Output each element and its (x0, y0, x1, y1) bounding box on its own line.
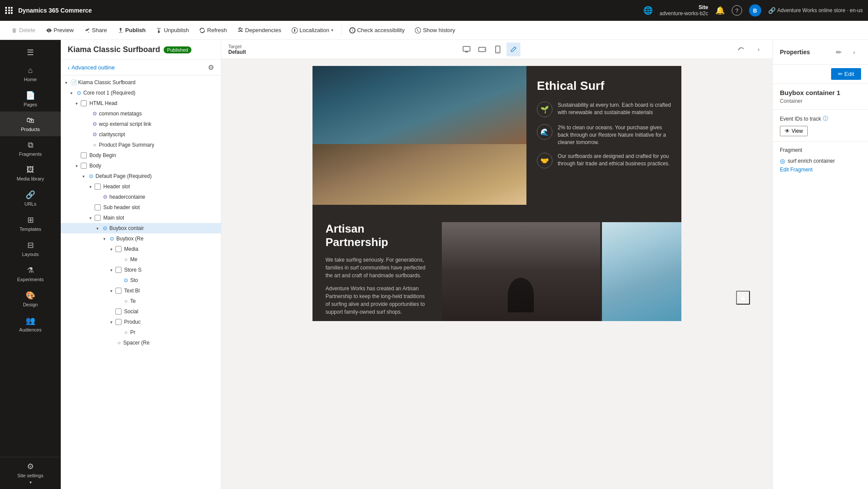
tree-item-core-root[interactable]: ▾ ⊙ Core root 1 (Required) (61, 88, 221, 98)
top-bar: Dynamics 365 Commerce 🌐 Site adventure-w… (0, 0, 868, 21)
checkbox-media[interactable] (115, 246, 122, 252)
tree-item-store-st[interactable]: ⊙ Sto (61, 275, 221, 286)
tree-item-kiama[interactable]: ▾ 📄 Kiama Classic Surfboard (61, 77, 221, 88)
sidebar-item-design[interactable]: 🎨 Design (0, 286, 61, 312)
checkbox-social[interactable] (115, 308, 122, 315)
checkbox-sub-header-slot[interactable] (95, 204, 101, 210)
tree-item-common-meta[interactable]: ⚙ common metatags (61, 108, 221, 119)
tree-item-spacer[interactable]: ○ Spacer (Re (61, 338, 221, 348)
fragment-item: ◎ surf enrich container (780, 156, 861, 166)
checkbox-header-slot[interactable] (95, 184, 101, 190)
expand-icon[interactable]: ▾ (101, 235, 108, 242)
expand-icon[interactable]: ▾ (108, 246, 115, 253)
tree-item-buybox-container[interactable]: ▾ ⊙ Buybox contair (61, 223, 221, 233)
store-link[interactable]: 🔗 Adventure Works online store · en-us (768, 7, 863, 14)
share-button[interactable]: Share (80, 25, 112, 35)
checkbox-store-s[interactable] (115, 267, 122, 273)
dependencies-button[interactable]: Dependencies (233, 25, 286, 35)
tree-item-product-page-summary[interactable]: ○ Product Page Summary (61, 140, 221, 150)
show-history-button[interactable]: Show history (411, 25, 459, 35)
checkbox-body-begin[interactable] (81, 152, 87, 158)
delete-button[interactable]: Delete (7, 25, 40, 35)
tree-item-sub-header-slot[interactable]: Sub header slot (61, 202, 221, 213)
tree-item-html-head[interactable]: ▾ HTML Head (61, 98, 221, 108)
tree-item-wcp-script[interactable]: ⚙ wcp external script link (61, 119, 221, 129)
desktop-view-button[interactable] (460, 43, 473, 56)
back-to-outline-button[interactable]: ‹ Advanced outline (68, 64, 115, 71)
sidebar-item-layouts[interactable]: ⊟ Layouts (0, 236, 61, 261)
sidebar-item-urls[interactable]: 🔗 URLs (0, 186, 61, 211)
experiments-icon: ⚗ (27, 266, 34, 275)
sidebar-item-fragments[interactable]: ⧉ Fragments (0, 136, 61, 161)
tree-item-main-slot[interactable]: ▾ Main slot (61, 213, 221, 223)
redo-button[interactable] (734, 43, 748, 56)
tablet-landscape-view-button[interactable] (475, 43, 489, 56)
help-icon[interactable]: ? (732, 5, 742, 16)
tree-item-store-s[interactable]: ▾ Store S (61, 265, 221, 275)
tree-item-header-slot[interactable]: ▾ Header slot (61, 181, 221, 192)
expand-icon[interactable]: ▾ (108, 287, 115, 294)
tree-item-text-bl[interactable]: ▾ Text Bl (61, 286, 221, 296)
properties-header-actions: ✏ › (832, 45, 861, 59)
expand-icon[interactable]: ▾ (80, 173, 87, 180)
sidebar-item-collapse[interactable]: ☰ (0, 43, 61, 62)
tree-item-text-te[interactable]: ○ Te (61, 296, 221, 306)
edit-page-button[interactable]: ✏ Edit (831, 68, 861, 80)
tree-item-produc[interactable]: ▾ Produc (61, 317, 221, 327)
tree-item-produc-p[interactable]: ○ Pr (61, 327, 221, 338)
expand-icon[interactable]: ▾ (62, 79, 69, 86)
tree-item-clarity[interactable]: ⚙ clarityscript (61, 129, 221, 140)
tree-item-social[interactable]: Social (61, 306, 221, 317)
globe-icon[interactable]: 🌐 (643, 6, 653, 15)
expand-icon[interactable]: ▾ (87, 183, 94, 190)
expand-icon[interactable]: ▾ (108, 266, 115, 273)
tree-item-body-begin[interactable]: Body Begin (61, 150, 221, 161)
sidebar-item-experiments[interactable]: ⚗ Experiments (0, 261, 61, 286)
checkbox-text-bl[interactable] (115, 288, 122, 294)
outline-settings-icon[interactable]: ⚙ (208, 63, 214, 72)
expand-button[interactable]: › (752, 43, 766, 56)
properties-expand-button[interactable]: › (847, 45, 861, 59)
expand-icon[interactable]: ▾ (73, 162, 80, 169)
tree-item-media-m[interactable]: ○ Me (61, 254, 221, 265)
tree-item-media[interactable]: ▾ Media (61, 244, 221, 254)
scroll-to-top-button[interactable]: ▲ (736, 291, 750, 305)
tree-item-default-page[interactable]: ▾ ⊙ Default Page (Required) (61, 171, 221, 181)
expand-icon[interactable]: ▾ (94, 225, 101, 232)
preview-button[interactable]: Preview (42, 25, 78, 35)
expand-icon[interactable]: ▾ (73, 100, 80, 107)
unpublish-button[interactable]: Unpublish (151, 25, 193, 35)
user-avatar[interactable]: B (749, 4, 761, 16)
tree-item-body[interactable]: ▾ Body (61, 161, 221, 171)
checkbox-produc[interactable] (115, 319, 122, 325)
check-accessibility-button[interactable]: Check accessibility (345, 25, 409, 35)
sidebar-item-products[interactable]: 🛍 Products (0, 112, 61, 136)
sidebar-item-templates[interactable]: ⊞ Templates (0, 211, 61, 236)
tree-label-media-m: Me (130, 256, 138, 263)
sidebar-item-home[interactable]: ⌂ Home (0, 62, 61, 86)
localization-button[interactable]: Localization ▾ (287, 25, 338, 35)
tablet-view-button[interactable] (491, 43, 505, 56)
sidebar-item-media[interactable]: 🖼 Media library (0, 161, 61, 186)
properties-edit-button[interactable]: ✏ (832, 45, 845, 59)
refresh-button[interactable]: Refresh (195, 25, 231, 35)
expand-icon[interactable]: ▾ (87, 214, 94, 221)
sidebar-item-audiences[interactable]: 👥 Audiences (0, 312, 61, 337)
waffle-icon[interactable] (5, 7, 13, 14)
expand-icon[interactable]: ▾ (108, 318, 115, 325)
sidebar-item-pages[interactable]: 📄 Pages (0, 86, 61, 112)
bell-icon[interactable]: 🔔 (715, 6, 725, 15)
checkbox-body[interactable] (81, 163, 87, 169)
tree-item-buybox-re[interactable]: ▾ ⊙ Buybox (Re (61, 233, 221, 244)
view-event-ids-button[interactable]: 👁 View (780, 126, 808, 136)
checkbox-html-head[interactable] (81, 100, 87, 106)
outline-tree: ▾ 📄 Kiama Classic Surfboard ▾ ⊙ Core roo… (61, 75, 221, 489)
publish-button[interactable]: Publish (113, 25, 150, 35)
expand-icon[interactable]: ▾ (68, 89, 75, 96)
edit-view-button[interactable] (506, 43, 520, 56)
sidebar-item-site-settings[interactable]: ⚙ Site settings ▾ (0, 457, 61, 489)
edit-fragment-link[interactable]: Edit Fragment (780, 167, 812, 173)
checkbox-main-slot[interactable] (95, 215, 101, 221)
tree-item-headercontaine[interactable]: ⚙ headercontaine (61, 192, 221, 202)
artisan-text: Artisan Partnership We take surfing seri… (312, 222, 442, 321)
